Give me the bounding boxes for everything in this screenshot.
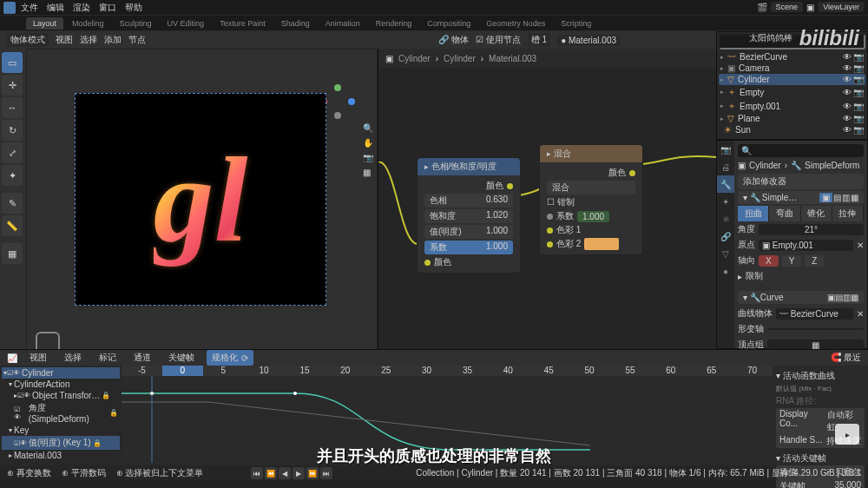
annotate-tool[interactable]: ✎ bbox=[2, 193, 23, 214]
tab-uv[interactable]: UV Editing bbox=[161, 17, 212, 30]
socket-icon[interactable] bbox=[547, 228, 553, 234]
tl-marker[interactable]: 标记 bbox=[94, 350, 122, 366]
vis-icon[interactable]: 👁 bbox=[843, 114, 852, 123]
tab-animation[interactable]: Animation bbox=[319, 17, 367, 30]
socket-icon[interactable] bbox=[424, 260, 431, 266]
ptab-output[interactable]: 🖨 bbox=[717, 158, 734, 175]
outliner-item[interactable]: ▸＋Empty👁📷 bbox=[719, 85, 865, 99]
ptab-data[interactable]: ▽ bbox=[717, 245, 734, 262]
color2-swatch[interactable] bbox=[584, 238, 619, 250]
axis-y-icon[interactable] bbox=[334, 84, 341, 91]
material-select[interactable]: ● Material.003 bbox=[557, 35, 620, 46]
mode-taper[interactable]: 锥化 bbox=[801, 206, 832, 221]
origin-field[interactable]: ▣ Empty.001 bbox=[759, 240, 853, 251]
viewlayer-field[interactable]: ViewLayer bbox=[818, 2, 865, 12]
hdr-node[interactable]: 节点 bbox=[128, 34, 146, 46]
channel-item[interactable]: ☑👁 角度 (SimpleDeform) 🔒 bbox=[2, 401, 120, 425]
channel-item[interactable]: ▸ Material.003 bbox=[2, 450, 120, 461]
cam-icon[interactable]: 📷 bbox=[853, 63, 864, 73]
ptab-material[interactable]: ● bbox=[717, 262, 734, 280]
tab-shading[interactable]: Shading bbox=[274, 17, 317, 30]
tl-keyframe[interactable]: 关键帧 bbox=[163, 350, 200, 366]
cam-icon[interactable]: 📷 bbox=[853, 88, 864, 97]
camera-icon[interactable]: 📷 bbox=[363, 153, 373, 162]
node-hsv[interactable]: ▸ 色相/饱和度/明度 颜色 色相0.630 饱和度1.020 值(明度)1.0… bbox=[417, 157, 521, 274]
mode-select[interactable]: 物体模式 bbox=[7, 33, 49, 47]
menu-file[interactable]: 文件 bbox=[21, 2, 38, 14]
frame-ruler[interactable]: -50510152025303540455055606570 bbox=[122, 366, 773, 376]
crumb-3[interactable]: Material.003 bbox=[489, 54, 536, 63]
menu-window[interactable]: 窗口 bbox=[99, 2, 116, 14]
hdr-add[interactable]: 添加 bbox=[104, 34, 122, 46]
tab-scripting[interactable]: Scripting bbox=[554, 17, 598, 30]
scale-tool[interactable]: ⤢ bbox=[2, 142, 23, 163]
socket-icon[interactable] bbox=[629, 170, 635, 176]
cam-icon[interactable]: 📷 bbox=[853, 52, 864, 62]
tab-compositing[interactable]: Compositing bbox=[420, 17, 477, 30]
tl-normalize[interactable]: 规格化 ⟳ bbox=[207, 350, 253, 366]
tab-layout[interactable]: Layout bbox=[26, 17, 63, 30]
menu-render[interactable]: 渲染 bbox=[73, 2, 90, 14]
mode-bend[interactable]: 弯曲 bbox=[769, 206, 800, 221]
tl-channel[interactable]: 通道 bbox=[128, 350, 156, 366]
transform-tool[interactable]: ✦ bbox=[2, 165, 23, 186]
clear-icon[interactable]: ✕ bbox=[857, 309, 864, 319]
footer-smooth[interactable]: ⊕ 平滑数码 bbox=[62, 467, 106, 479]
vis-icon[interactable]: 👁 bbox=[843, 125, 852, 135]
vis-icon[interactable]: 👁 bbox=[843, 52, 852, 62]
pan-icon[interactable]: ✋ bbox=[363, 138, 373, 148]
tl-view[interactable]: 视图 bbox=[24, 350, 52, 366]
mode-twist[interactable]: 扭曲 bbox=[738, 206, 769, 221]
cam-icon[interactable]: 📷 bbox=[853, 114, 864, 123]
ptab-physics[interactable]: ⚛ bbox=[717, 210, 734, 228]
measure-tool[interactable]: 📏 bbox=[2, 215, 23, 236]
deform-axis-field[interactable] bbox=[767, 328, 864, 330]
socket-icon[interactable] bbox=[507, 183, 513, 189]
channel-item[interactable]: ▾ CylinderAction bbox=[2, 379, 120, 390]
editor-type-icon[interactable]: 📈 bbox=[7, 353, 17, 363]
perspective-icon[interactable]: ▦ bbox=[363, 168, 373, 177]
clear-icon[interactable]: ✕ bbox=[857, 241, 864, 250]
ptab-render[interactable]: 📷 bbox=[717, 141, 734, 158]
node-fac-field[interactable]: 系数1.000 bbox=[424, 241, 513, 254]
select-tool[interactable]: ▭ bbox=[2, 52, 23, 73]
tl-nearest[interactable]: 🧲 最近 bbox=[831, 352, 861, 364]
play-icon[interactable]: ▶ bbox=[293, 467, 305, 479]
outliner-item[interactable]: ▸▽Plane👁📷 bbox=[719, 113, 865, 124]
footer-context[interactable]: ⊕ 选择被归上下文菜单 bbox=[116, 467, 204, 479]
outliner-item[interactable]: ▸＋Empty.001👁📷 bbox=[719, 99, 865, 113]
node-hue-field[interactable]: 色相0.630 bbox=[424, 194, 513, 208]
use-nodes-check[interactable]: ☑ 使用节点 bbox=[476, 34, 521, 46]
node-hsv-header[interactable]: ▸ 色相/饱和度/明度 bbox=[418, 158, 520, 175]
axis-z-button[interactable]: Z bbox=[805, 255, 824, 267]
node-mix-mode[interactable]: 混合 bbox=[547, 181, 635, 195]
scene-field[interactable]: Scene bbox=[771, 2, 804, 12]
vis-icon[interactable]: 👁 bbox=[843, 63, 852, 73]
hdr-select[interactable]: 选择 bbox=[80, 34, 97, 46]
outliner-item[interactable]: ▸〰BezierCurve👁📷 bbox=[719, 51, 865, 63]
prev-key-icon[interactable]: ⏪ bbox=[265, 467, 277, 479]
slot-select[interactable]: 槽 1 bbox=[528, 33, 550, 47]
angle-field[interactable]: 21° bbox=[759, 224, 864, 235]
vis-icon[interactable]: 👁 bbox=[843, 75, 852, 84]
add-tool[interactable]: ▦ bbox=[2, 243, 23, 264]
3d-viewport[interactable]: 🔍 ✋ 📷 ▦ gl bbox=[26, 49, 378, 366]
next-key-icon[interactable]: ⏩ bbox=[306, 467, 319, 479]
ptab-particle[interactable]: ✦ bbox=[717, 193, 734, 210]
modifier-header[interactable]: ▾ 🔧Simple… ▣▤▥▦ bbox=[738, 191, 864, 204]
keyframe-field[interactable]: 关键帧35.000 bbox=[776, 479, 865, 488]
tab-geonodes[interactable]: Geometry Nodes bbox=[479, 17, 552, 30]
footer-transform[interactable]: ⊕ 再变换数 bbox=[7, 467, 51, 479]
tab-modeling[interactable]: Modeling bbox=[65, 17, 111, 30]
outliner-item[interactable]: ▸▣Camera👁📷 bbox=[719, 63, 865, 74]
ptab-constraint[interactable]: 🔗 bbox=[717, 228, 734, 245]
jump-end-icon[interactable]: ⏭ bbox=[320, 467, 332, 479]
channel-item[interactable]: ☑👁 值(明度) (Key 1) 🔒 bbox=[2, 436, 120, 450]
hdr-object[interactable]: 🔗 物体 bbox=[438, 34, 469, 46]
curve-field[interactable]: 〰 BezierCurve bbox=[776, 308, 853, 320]
tab-sculpting[interactable]: Sculpting bbox=[113, 17, 159, 30]
cam-icon[interactable]: 📷 bbox=[853, 75, 864, 84]
crumb-2[interactable]: Cylinder bbox=[444, 54, 476, 63]
node-mix-fac[interactable]: 1.000 bbox=[577, 211, 609, 222]
vis-icon[interactable]: 👁 bbox=[843, 88, 852, 97]
